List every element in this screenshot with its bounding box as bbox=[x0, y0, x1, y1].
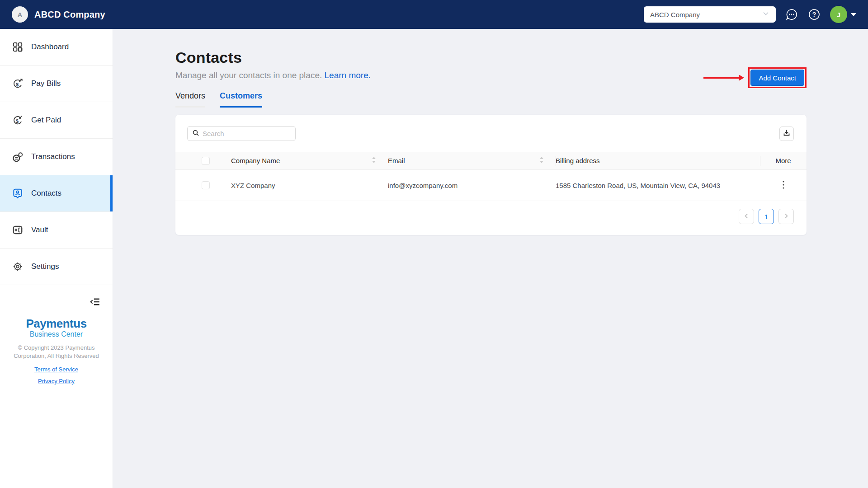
user-menu[interactable]: J bbox=[830, 6, 856, 23]
business-center-label: Business Center bbox=[0, 330, 113, 338]
contacts-tabs: Vendors Customers bbox=[175, 91, 807, 108]
sidebar-item-label: Contacts bbox=[31, 189, 61, 198]
settings-icon bbox=[12, 261, 24, 272]
annotation-arrow bbox=[703, 75, 744, 81]
sidebar-item-label: Pay Bills bbox=[31, 79, 61, 88]
column-separator bbox=[388, 156, 388, 166]
row-more-menu-button[interactable] bbox=[778, 178, 788, 192]
sidebar-item-transactions[interactable]: Transactions bbox=[0, 139, 113, 175]
table-toolbar bbox=[175, 115, 807, 141]
main-content: Contacts Manage all your contacts in one… bbox=[113, 0, 868, 235]
cell-billing-address: 1585 Charleston Road, US, Mountain View,… bbox=[556, 182, 720, 189]
learn-more-link[interactable]: Learn more. bbox=[325, 70, 371, 80]
pagination-page-1-button[interactable]: 1 bbox=[759, 209, 774, 224]
sidebar-item-vault[interactable]: Vault bbox=[0, 212, 113, 249]
sidebar-item-label: Dashboard bbox=[31, 42, 69, 52]
column-header-company-name: Company Name bbox=[231, 157, 280, 164]
column-header-email: Email bbox=[388, 157, 405, 164]
sidebar-item-pay-bills[interactable]: $ Pay Bills bbox=[0, 66, 113, 102]
tab-vendors[interactable]: Vendors bbox=[175, 91, 205, 108]
table-row: XYZ Company info@xyzcompany.com 1585 Cha… bbox=[175, 170, 807, 201]
column-header-more: More bbox=[775, 157, 791, 164]
pagination-next-button[interactable] bbox=[778, 209, 794, 224]
svg-text:?: ? bbox=[812, 11, 816, 18]
vault-icon bbox=[12, 224, 24, 236]
search-box bbox=[187, 126, 296, 141]
pagination-previous-button[interactable] bbox=[739, 209, 754, 224]
sidebar-collapse-icon[interactable] bbox=[89, 296, 101, 308]
tab-customers[interactable]: Customers bbox=[220, 91, 262, 108]
download-button[interactable] bbox=[779, 127, 794, 141]
feedback-chat-icon[interactable] bbox=[785, 8, 798, 21]
company-avatar-initial: A bbox=[18, 11, 23, 19]
sidebar-item-label: Transactions bbox=[31, 152, 75, 161]
column-header-billing-address: Billing address bbox=[556, 157, 600, 164]
user-avatar-initial: J bbox=[837, 11, 840, 19]
top-header-bar: A ABCD Company ABCD Company ? bbox=[0, 0, 868, 29]
terms-of-service-link[interactable]: Terms of Service bbox=[0, 366, 113, 373]
transactions-icon bbox=[12, 151, 24, 163]
sidebar-item-label: Get Paid bbox=[31, 116, 61, 125]
contacts-table-card: Company Name Email Billing address bbox=[175, 115, 807, 235]
chevron-down-icon bbox=[762, 10, 769, 19]
pagination: 1 bbox=[175, 201, 807, 224]
get-paid-icon: $ bbox=[12, 114, 24, 126]
company-logo-group: A ABCD Company bbox=[12, 6, 105, 23]
sidebar-navigation: Dashboard $ Pay Bills $ Get Paid bbox=[0, 29, 113, 488]
chevron-right-icon bbox=[783, 213, 789, 221]
svg-text:$: $ bbox=[16, 118, 19, 124]
search-icon bbox=[192, 129, 199, 138]
annotation-highlight-box: Add Contact bbox=[748, 67, 807, 88]
cell-company-name: XYZ Company bbox=[231, 182, 275, 189]
select-all-checkbox[interactable] bbox=[202, 157, 210, 165]
sort-icon[interactable] bbox=[539, 156, 544, 165]
company-avatar: A bbox=[12, 6, 28, 23]
sidebar-footer: Paymentus Business Center © Copyright 20… bbox=[0, 296, 113, 385]
account-selector-value: ABCD Company bbox=[650, 11, 700, 19]
brand-block: Paymentus Business Center © Copyright 20… bbox=[0, 318, 113, 385]
sidebar-item-label: Settings bbox=[31, 262, 59, 271]
dashboard-icon bbox=[12, 41, 24, 53]
sidebar-item-dashboard[interactable]: Dashboard bbox=[0, 29, 113, 66]
company-name-title: ABCD Company bbox=[34, 9, 105, 20]
sidebar-item-contacts[interactable]: Contacts bbox=[0, 175, 113, 212]
table-header-row: Company Name Email Billing address bbox=[175, 152, 807, 170]
sidebar-item-get-paid[interactable]: $ Get Paid bbox=[0, 102, 113, 139]
paymentus-logo: Paymentus bbox=[0, 318, 113, 329]
sidebar-item-label: Vault bbox=[31, 225, 48, 235]
header-actions: ABCD Company ? J bbox=[644, 6, 856, 23]
privacy-policy-link[interactable]: Privacy Policy bbox=[0, 378, 113, 385]
pay-bills-icon: $ bbox=[12, 78, 24, 89]
column-separator bbox=[760, 156, 760, 166]
download-icon bbox=[783, 129, 791, 138]
chevron-left-icon bbox=[743, 213, 750, 221]
search-input[interactable] bbox=[203, 130, 291, 137]
sort-icon[interactable] bbox=[372, 156, 376, 165]
row-checkbox[interactable] bbox=[202, 181, 210, 189]
column-separator bbox=[556, 156, 556, 166]
user-menu-caret-icon bbox=[851, 13, 856, 16]
add-contact-button[interactable]: Add Contact bbox=[750, 70, 804, 86]
page-head: Contacts Manage all your contacts in one… bbox=[175, 49, 807, 80]
contacts-table: Company Name Email Billing address bbox=[175, 152, 807, 201]
ellipsis-vertical-icon bbox=[782, 184, 785, 191]
help-icon[interactable]: ? bbox=[807, 8, 821, 21]
user-avatar: J bbox=[830, 6, 847, 23]
sidebar-item-settings[interactable]: Settings bbox=[0, 249, 113, 285]
page-title: Contacts bbox=[175, 49, 807, 66]
copyright-text: © Copyright 2023 Paymentus Corporation, … bbox=[0, 344, 113, 360]
contacts-icon bbox=[12, 188, 24, 199]
add-contact-annotation-group: Add Contact bbox=[703, 67, 807, 88]
svg-text:$: $ bbox=[16, 82, 19, 87]
account-selector-dropdown[interactable]: ABCD Company bbox=[644, 6, 776, 23]
cell-email: info@xyzcompany.com bbox=[388, 182, 458, 189]
